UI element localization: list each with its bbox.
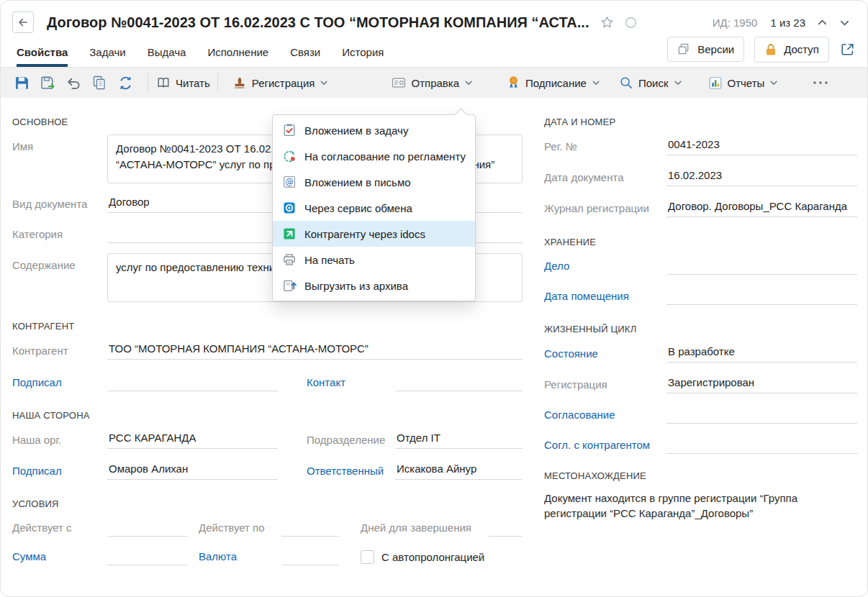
send-menu-button[interactable]: Отправка	[392, 76, 473, 90]
reports-label: Отчеты	[728, 77, 765, 89]
pager-counter: 1 из 23	[770, 17, 805, 29]
lock-icon	[764, 42, 777, 57]
stamp-icon	[232, 76, 247, 91]
valid-to-label: Действует по	[199, 521, 281, 537]
tab-actions: Версии Доступ	[667, 37, 867, 67]
approval-field[interactable]	[666, 406, 857, 424]
journal-row: Журнал регистрации Договор. Договоры_РСС…	[544, 199, 857, 217]
reg-no-field[interactable]: 0041-2023	[666, 137, 857, 155]
tab-issue[interactable]: Выдача	[148, 37, 186, 67]
refresh-button[interactable]	[114, 72, 136, 94]
tab-execution[interactable]: Исполнение	[207, 37, 268, 67]
versions-label: Версии	[697, 43, 734, 55]
more-actions-button[interactable]	[813, 81, 830, 85]
doc-date-field[interactable]: 16.02.2023	[666, 168, 857, 186]
cp-contact-link[interactable]: Контакт	[307, 376, 395, 391]
valid-to-field[interactable]	[281, 519, 339, 537]
search-menu-button[interactable]: Поиск	[619, 76, 682, 90]
state-field[interactable]: В разработке	[666, 345, 857, 363]
undo-button[interactable]	[63, 72, 84, 94]
our-org-row: Наша орг. РСС КАРАГАНДА Подразделение От…	[12, 431, 523, 449]
tab-history[interactable]: История	[342, 37, 384, 67]
menu-item-counterparty-idocs[interactable]: Контрагенту через idocs	[273, 221, 475, 247]
open-in-new-window-button[interactable]	[839, 41, 856, 58]
menu-item-label: Контрагенту через idocs	[304, 228, 425, 240]
menu-item-label: Вложением в письмо	[304, 176, 411, 188]
cp-approval-field[interactable]	[666, 437, 857, 454]
responsible-link[interactable]: Ответственный	[307, 465, 395, 480]
cp-contact-field[interactable]	[395, 374, 523, 391]
currency-link[interactable]: Валюта	[199, 550, 281, 565]
toolbar: Читать Регистрация Отправка Подписание П…	[1, 68, 867, 98]
save-as-button[interactable]	[37, 72, 58, 94]
read-button[interactable]: Читать	[156, 75, 210, 91]
svg-text:@: @	[285, 177, 294, 187]
our-signed-by-link[interactable]: Подписал	[12, 465, 107, 480]
save-icon	[14, 75, 30, 91]
page-title: Договор №0041-2023 ОТ 16.02.2023 С ТОО “…	[47, 14, 589, 31]
tab-tasks[interactable]: Задачи	[89, 37, 125, 67]
right-column: ДАТА И НОМЕР Рег. № 0041-2023 Дата докум…	[544, 98, 857, 565]
signing-label: Подписание	[525, 77, 587, 89]
menu-item-exchange-service[interactable]: Через сервис обмена	[273, 195, 475, 221]
placement-date-field[interactable]	[666, 288, 857, 305]
menu-item-attach-to-task[interactable]: Вложением в задачу	[273, 117, 475, 143]
medal-icon	[506, 75, 520, 91]
counterparty-field[interactable]: ТОО “МОТОРНАЯ КОМПАНИЯ “АСТАНА-МОТОРС”	[107, 342, 523, 360]
menu-item-label: Вложением в задачу	[304, 124, 408, 137]
menu-item-attach-to-email[interactable]: @ Вложением в письмо	[273, 169, 475, 195]
next-document-button[interactable]	[839, 17, 850, 28]
status-circle-icon	[625, 17, 637, 29]
amount-link[interactable]: Сумма	[12, 550, 107, 565]
favorite-star-button[interactable]	[600, 15, 615, 30]
registration-state-field[interactable]: Зарегистрирован	[666, 375, 857, 393]
tab-links[interactable]: Связи	[290, 37, 320, 67]
tab-properties[interactable]: Свойства	[17, 37, 68, 67]
access-button[interactable]: Доступ	[754, 37, 829, 63]
book-icon	[156, 75, 171, 91]
chevron-down-icon	[592, 78, 600, 87]
doc-date-label: Дата документа	[544, 171, 666, 186]
save-button[interactable]	[11, 72, 32, 94]
menu-item-export-from-archive[interactable]: Выгрузить из архива	[273, 273, 475, 298]
department-field[interactable]: Отдел IT	[395, 431, 523, 449]
back-arrow-icon	[17, 17, 29, 28]
previous-document-button[interactable]	[817, 17, 828, 28]
menu-item-label: На согласование по регламенту	[304, 150, 466, 163]
approval-link[interactable]: Согласование	[544, 409, 666, 424]
our-org-field[interactable]: РСС КАРАГАНДА	[107, 431, 278, 449]
validity-row: Действует с Действует по Дней для заверш…	[12, 519, 523, 537]
back-button[interactable]	[12, 12, 34, 33]
cp-signed-by-field[interactable]	[107, 374, 278, 391]
valid-from-field[interactable]	[107, 519, 188, 537]
days-to-finish-field[interactable]	[489, 519, 523, 537]
signing-menu-button[interactable]: Подписание	[506, 75, 600, 91]
menu-item-label: На печать	[304, 254, 355, 266]
copy-button[interactable]	[89, 72, 110, 94]
menu-item-print[interactable]: На печать	[273, 247, 475, 273]
amount-field[interactable]	[107, 548, 188, 565]
cp-signed-by-link[interactable]: Подписал	[12, 376, 107, 391]
placement-date-link[interactable]: Дата помещения	[544, 290, 666, 305]
journal-field[interactable]: Договор. Договоры_РСС Караганда	[666, 199, 857, 217]
menu-item-label: Выгрузить из архива	[304, 280, 408, 292]
state-link[interactable]: Состояние	[544, 347, 666, 363]
send-label: Отправка	[411, 77, 459, 89]
menu-item-approval-workflow[interactable]: На согласование по регламенту	[273, 143, 475, 169]
case-field[interactable]	[666, 258, 857, 275]
versions-button[interactable]: Версии	[667, 37, 744, 62]
location-text: Документ находится в группе регистрации …	[544, 491, 849, 521]
responsible-field[interactable]: Искакова Айнур	[395, 462, 523, 480]
journal-label: Журнал регистрации	[544, 202, 666, 217]
cp-approval-link[interactable]: Согл. с контрагентом	[544, 439, 666, 454]
registration-menu-button[interactable]: Регистрация	[232, 76, 329, 91]
autoprolong-checkbox[interactable]	[361, 550, 374, 564]
email-attachment-icon: @	[282, 175, 297, 189]
case-link[interactable]: Дело	[544, 260, 666, 275]
reports-menu-button[interactable]: Отчеты	[708, 76, 779, 91]
toolbar-divider	[148, 73, 148, 92]
toolbar-divider	[217, 73, 218, 92]
our-signed-by-field[interactable]: Омаров Алихан	[107, 462, 278, 480]
currency-field[interactable]	[281, 548, 339, 565]
section-date-number: ДАТА И НОМЕР	[544, 116, 857, 129]
